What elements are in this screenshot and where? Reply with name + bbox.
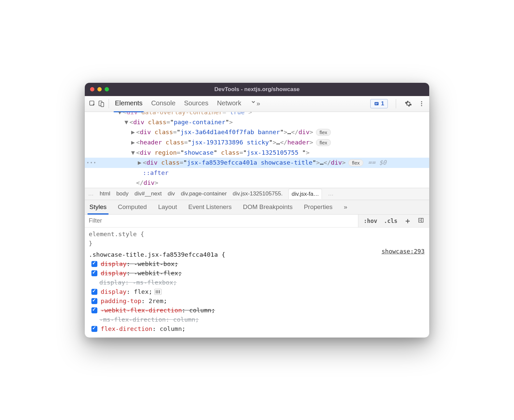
styles-filter-row: :hov .cls ＋ (85, 214, 429, 228)
dom-node[interactable]: ::after (85, 168, 429, 178)
window-title: DevTools - nextjs.org/showcase (85, 86, 429, 93)
rule-selector: .showcase-title.jsx-fa8539efcca401a { (89, 250, 425, 259)
style-property[interactable]: display: -ms-flexbox; (89, 278, 425, 287)
style-property[interactable]: display: -webkit-box; (89, 259, 425, 269)
style-property[interactable]: display: flex; (89, 287, 425, 296)
style-property[interactable]: padding-top: 2rem; (89, 296, 425, 306)
dom-node[interactable]: </div> (85, 178, 429, 188)
breadcrumb-html[interactable]: html (100, 190, 110, 197)
breadcrumb-bar: … html body div#__next div div.page-cont… (85, 188, 429, 200)
styles-filter-input[interactable] (85, 215, 358, 227)
svg-point-6 (421, 101, 422, 102)
toolbar-right: 1 (370, 99, 426, 108)
flex-badge[interactable]: flex (316, 129, 331, 136)
tab-network[interactable]: Network (217, 97, 241, 110)
stab-event-listeners[interactable]: Event Listeners (188, 201, 231, 213)
svg-rect-9 (419, 218, 423, 222)
tab-overflow-icon[interactable]: » (250, 97, 260, 111)
flex-editor-icon[interactable] (154, 289, 162, 295)
new-style-rule-icon[interactable]: ＋ (402, 215, 413, 227)
dom-node[interactable]: ▶<div class="jsx-3a64d1ae4f0f7fab banner… (85, 127, 429, 137)
computed-sidebar-icon[interactable] (416, 216, 426, 226)
styles-body[interactable]: element.style { } .showcase-title.jsx-fa… (85, 228, 429, 338)
dom-node[interactable]: ▶<div class="jsx-fa8539efcca401a showcas… (85, 158, 429, 168)
traffic-lights (90, 87, 109, 91)
cls-toggle[interactable]: .cls (382, 216, 399, 226)
breadcrumb-div[interactable]: div (168, 190, 175, 197)
issues-badge[interactable]: 1 (370, 99, 388, 108)
inspect-element-icon[interactable] (88, 99, 97, 108)
element-style-close: } (89, 239, 425, 248)
flex-badge[interactable]: flex (348, 159, 363, 166)
dom-node[interactable]: ▼<div region="showcase" class="jsx-13251… (85, 148, 429, 158)
devtools-window: DevTools - nextjs.org/showcase Elements … (85, 83, 429, 338)
issues-count: 1 (381, 100, 384, 107)
styles-tabs: Styles Computed Layout Event Listeners D… (85, 200, 429, 214)
dom-node[interactable]: ▼<div data-overlay-container="true"> (85, 112, 429, 117)
device-toolbar-icon[interactable] (97, 99, 105, 108)
devtools-toolbar: Elements Console Sources Network » 1 (85, 96, 429, 112)
titlebar: DevTools - nextjs.org/showcase (85, 83, 429, 96)
tab-console[interactable]: Console (151, 97, 175, 110)
hov-toggle[interactable]: :hov (362, 216, 379, 226)
property-toggle[interactable] (91, 298, 97, 304)
svg-point-8 (421, 105, 422, 106)
close-window-button[interactable] (90, 87, 94, 91)
breadcrumb-next[interactable]: div#__next (134, 190, 162, 197)
style-property[interactable]: display: -webkit-flex; (89, 269, 425, 278)
filter-tools: :hov .cls ＋ (358, 215, 429, 227)
stab-styles[interactable]: Styles (89, 201, 107, 213)
property-toggle[interactable] (91, 326, 97, 332)
property-toggle[interactable] (91, 307, 97, 313)
svg-rect-5 (375, 104, 377, 104)
panel-tabs: Elements Console Sources Network » (115, 97, 260, 111)
style-property[interactable]: -ms-flex-direction: column; (89, 315, 425, 324)
zoom-window-button[interactable] (105, 87, 109, 91)
more-icon[interactable] (417, 99, 426, 108)
toolbar-separator (396, 99, 396, 108)
breadcrumb-current[interactable]: div.jsx-fa… (288, 189, 322, 199)
stab-properties[interactable]: Properties (304, 201, 333, 213)
dom-node[interactable]: ▼<div class="page-container"> (85, 117, 429, 127)
property-toggle[interactable] (91, 261, 97, 267)
element-style-selector: element.style { (89, 230, 425, 239)
breadcrumb-overflow-left[interactable]: … (88, 190, 94, 197)
tab-sources[interactable]: Sources (184, 97, 208, 110)
svg-rect-4 (375, 103, 378, 103)
dom-node[interactable]: ▶<header class="jsx-1931733896 sticky">…… (85, 137, 429, 148)
style-property[interactable]: flex-direction: column; (89, 324, 425, 334)
flex-badge[interactable]: flex (316, 139, 331, 146)
breadcrumb-overflow-right[interactable]: … (328, 190, 334, 197)
minimize-window-button[interactable] (97, 87, 102, 91)
breadcrumb-body[interactable]: body (116, 190, 128, 197)
breadcrumb-jsx[interactable]: div.jsx-1325105755. (233, 190, 283, 197)
property-toggle[interactable] (91, 289, 97, 295)
stab-dom-breakpoints[interactable]: DOM Breakpoints (243, 201, 292, 213)
style-property[interactable]: -webkit-flex-direction: column; (89, 306, 425, 315)
svg-rect-3 (375, 102, 379, 105)
stab-overflow-icon[interactable]: » (344, 201, 347, 213)
svg-rect-2 (101, 102, 104, 107)
property-toggle[interactable] (91, 270, 97, 276)
elements-tree[interactable]: ▼<div data-overlay-container="true">▼<di… (85, 112, 429, 188)
tab-elements[interactable]: Elements (115, 97, 142, 110)
stab-layout[interactable]: Layout (158, 201, 177, 213)
svg-point-7 (421, 103, 422, 104)
source-link[interactable]: showcase:293 (382, 247, 425, 256)
breadcrumb-page-container[interactable]: div.page-container (181, 190, 227, 197)
toolbar-separator (109, 99, 109, 108)
settings-icon[interactable] (404, 99, 413, 108)
stab-computed[interactable]: Computed (118, 201, 147, 213)
